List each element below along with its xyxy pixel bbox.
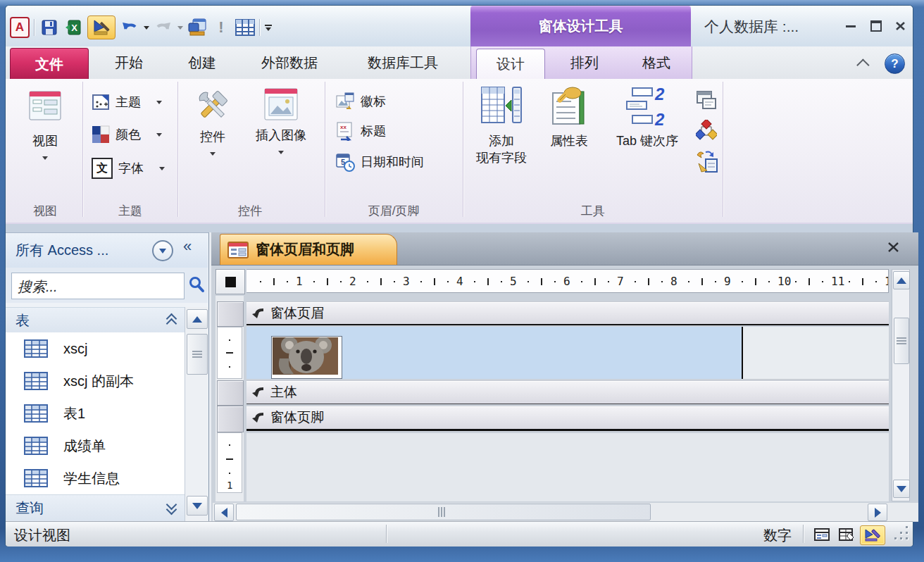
customize-toolbar-icon[interactable] — [265, 25, 272, 31]
toolbar-separator — [34, 19, 35, 36]
redo-icon[interactable] — [154, 18, 173, 37]
horizontal-ruler: 123456789101112 — [246, 269, 889, 293]
view-status-label: 设计视图 — [14, 526, 70, 545]
table-list-item[interactable]: 表1 — [6, 397, 185, 430]
form-footer-bar[interactable]: 窗体页脚 — [246, 406, 889, 431]
document-tab-label: 窗体页眉和页脚 — [256, 240, 354, 259]
tab-file[interactable]: 文件 — [10, 48, 89, 80]
run-icon[interactable]: ! — [211, 18, 231, 37]
close-document-icon[interactable] — [883, 238, 903, 256]
minimize-button[interactable] — [842, 20, 859, 32]
tab-home[interactable]: 开始 — [106, 46, 152, 79]
collapse-ribbon-icon[interactable] — [855, 56, 873, 70]
tools-group-label: 工具 — [463, 203, 723, 219]
table-list-item[interactable]: xscj 的副本 — [6, 365, 185, 397]
add-existing-fields-button[interactable]: 添加 现有字段 — [468, 86, 535, 166]
search-placeholder: 搜索... — [18, 277, 58, 296]
vertical-ruler-number: 1 — [227, 480, 232, 491]
navigation-pane-header[interactable]: 所有 Access ... « — [6, 233, 208, 268]
tables-section-header[interactable]: 表 — [6, 307, 185, 334]
close-button[interactable] — [892, 20, 909, 32]
date-time-icon: 5 — [335, 152, 355, 172]
scroll-up-icon[interactable] — [187, 309, 208, 329]
scroll-down-icon[interactable] — [893, 480, 910, 498]
scroll-right-icon[interactable] — [868, 504, 887, 521]
help-icon[interactable]: ? — [885, 54, 905, 74]
property-sheet-button[interactable]: 属性表 — [538, 86, 600, 149]
themes-button[interactable]: 主题 — [92, 93, 162, 111]
vertical-ruler-segment: 1 — [217, 432, 242, 493]
table-list-item[interactable]: 学生信息 — [6, 462, 185, 494]
view-code-icon[interactable] — [696, 90, 717, 113]
undo-icon[interactable] — [120, 18, 139, 37]
vscrollbar-thumb[interactable] — [894, 318, 909, 364]
convert-macros-icon[interactable] — [696, 120, 717, 144]
tab-format[interactable]: 格式 — [628, 46, 685, 79]
scroll-down-icon[interactable] — [187, 496, 208, 516]
switch-windows-icon[interactable] — [187, 18, 207, 37]
insert-image-button[interactable]: 插入图像 — [244, 87, 318, 154]
nav-scrollbar-thumb[interactable] — [187, 334, 208, 375]
property-sheet-icon — [549, 86, 589, 127]
group-separator — [463, 82, 464, 217]
form-selector[interactable] — [216, 269, 245, 294]
themes-group-label: 主题 — [83, 203, 177, 219]
table-icon[interactable] — [235, 18, 255, 37]
design-view-button[interactable] — [860, 525, 885, 545]
quick-access-toolbar: A X ! — [10, 15, 272, 39]
detail-section-selector[interactable] — [217, 380, 244, 406]
form-footer-surface[interactable] — [246, 433, 889, 501]
form-footer-section-selector[interactable] — [217, 406, 244, 432]
undo-dropdown-icon[interactable] — [144, 26, 149, 30]
convert-form-macros-icon[interactable] — [696, 149, 718, 176]
fonts-button[interactable]: 文 字体 — [92, 158, 165, 179]
scroll-up-icon[interactable] — [893, 271, 910, 289]
group-separator — [82, 82, 84, 217]
datetime-button[interactable]: 5 日期和时间 — [335, 152, 424, 172]
resize-grip[interactable] — [893, 525, 910, 543]
horizontal-scrollbar[interactable] — [213, 503, 918, 521]
scroll-left-icon[interactable] — [214, 504, 234, 521]
tab-external-data[interactable]: 外部数据 — [251, 46, 328, 79]
table-list-item[interactable]: 成绩单 — [6, 430, 185, 462]
restore-button[interactable] — [868, 20, 885, 32]
detail-bar[interactable]: 主体 — [246, 380, 889, 404]
tab-order-button[interactable]: 22 Tab 键次序 — [603, 86, 692, 149]
design-view-icon[interactable] — [87, 15, 116, 39]
controls-button[interactable]: 控件 — [187, 87, 238, 156]
form-header-section-selector[interactable] — [217, 301, 244, 327]
vertical-scrollbar[interactable] — [892, 269, 910, 501]
tab-database-tools[interactable]: 数据库工具 — [356, 46, 449, 79]
redo-dropdown-icon[interactable] — [177, 26, 183, 30]
table-list-item[interactable]: xscj — [6, 332, 185, 365]
form-view-button[interactable] — [811, 525, 832, 544]
svg-text:xx: xx — [340, 124, 346, 130]
colors-button[interactable]: 颜色 — [92, 125, 162, 144]
collapse-section-icon[interactable] — [166, 313, 177, 326]
expand-section-icon[interactable] — [166, 501, 177, 513]
koala-image-control[interactable] — [271, 336, 342, 379]
nav-scrollbar[interactable] — [185, 307, 208, 521]
queries-section-header[interactable]: 查询 — [6, 494, 185, 523]
table-icon — [24, 404, 48, 423]
colors-icon — [92, 125, 110, 144]
search-icon[interactable] — [187, 275, 206, 294]
tab-create[interactable]: 创建 — [179, 46, 225, 79]
tab-arrange[interactable]: 排列 — [555, 46, 614, 79]
shutter-bar-close-icon[interactable]: « — [183, 237, 192, 256]
document-tab[interactable]: 窗体页眉和页脚 — [220, 234, 397, 265]
logo-button[interactable]: 徽标 — [335, 92, 386, 111]
hscrollbar-thumb[interactable] — [236, 504, 651, 520]
title-button[interactable]: xx 标题 — [335, 121, 386, 141]
nav-menu-dropdown-icon[interactable] — [152, 240, 173, 261]
export-excel-icon[interactable]: X — [63, 18, 83, 37]
form-footer-label: 窗体页脚 — [270, 408, 324, 427]
search-input[interactable]: 搜索... — [11, 273, 185, 299]
datasheet-view-button[interactable] — [835, 525, 857, 544]
save-icon[interactable] — [39, 18, 59, 37]
views-dropdown-icon — [42, 156, 48, 160]
views-button[interactable]: 视图 — [18, 89, 72, 160]
form-header-bar[interactable]: 窗体页眉 — [246, 301, 889, 325]
access-app-icon[interactable]: A — [10, 18, 30, 37]
tab-design[interactable]: 设计 — [476, 49, 545, 80]
